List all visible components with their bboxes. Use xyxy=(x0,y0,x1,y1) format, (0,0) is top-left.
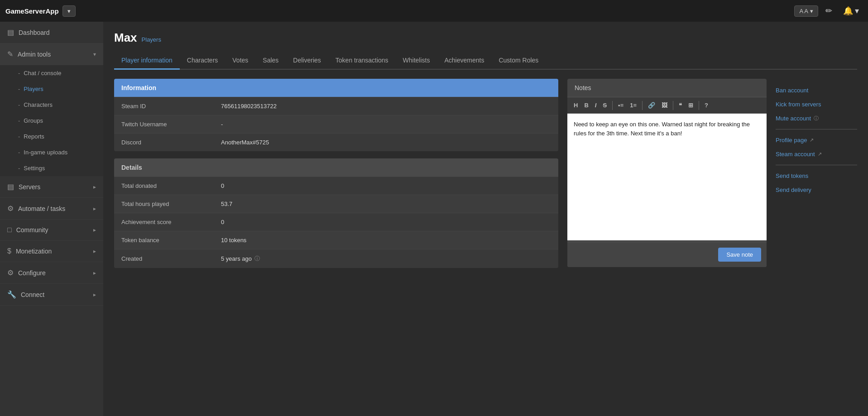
bell-dropdown-arrow: ▾ xyxy=(855,6,859,16)
actions-divider-2 xyxy=(776,165,857,165)
player-notes: Notes H B I S •≡ 1≡ 🔗 🖼 ❝ ⊞ xyxy=(567,79,767,267)
info-row-steam-id: Steam ID 76561198023513722 xyxy=(114,97,558,115)
actions-panel: Ban account Kick from servers Mute accou… xyxy=(776,79,857,201)
sidebar-subitem-players[interactable]: - Players xyxy=(0,81,103,97)
configure-icon: ⚙ xyxy=(7,268,14,277)
notes-panel: Notes H B I S •≡ 1≡ 🔗 🖼 ❝ ⊞ xyxy=(567,79,767,267)
tab-deliveries[interactable]: Deliveries xyxy=(286,52,328,70)
created-info-icon: ⓘ xyxy=(254,255,260,263)
monetization-chevron xyxy=(93,248,96,254)
sidebar-subitem-groups[interactable]: - Groups xyxy=(0,113,103,129)
app-dropdown-button[interactable]: ▾ xyxy=(62,5,76,17)
translate-button[interactable]: A A ▾ xyxy=(794,5,818,17)
notes-toolbar-ordered-list[interactable]: 1≡ xyxy=(627,100,639,110)
sidebar-subitem-in-game-uploads[interactable]: - In-game uploads xyxy=(0,144,103,160)
sidebar-label-servers: Servers xyxy=(19,183,40,191)
sidebar-item-servers[interactable]: ▤ Servers xyxy=(0,176,103,198)
sidebar-item-monetization[interactable]: $ Monetization xyxy=(0,241,103,262)
notes-toolbar-quote[interactable]: ❝ xyxy=(676,100,685,110)
notes-toolbar-image[interactable]: 🖼 xyxy=(659,100,670,110)
connect-icon: 🔧 xyxy=(7,290,16,299)
content-area: Max Players Player information Character… xyxy=(103,22,868,416)
tabs: Player information Characters Votes Sale… xyxy=(114,52,857,70)
toolbar-sep-4 xyxy=(699,101,699,110)
automate-chevron xyxy=(93,206,96,212)
sidebar-subitem-chat-console[interactable]: - Chat / console xyxy=(0,65,103,81)
automate-icon: ⚙ xyxy=(7,204,14,213)
tab-votes[interactable]: Votes xyxy=(225,52,255,70)
sidebar: ▤ Dashboard ✎ Admin tools - Chat / conso… xyxy=(0,22,103,416)
page-header: Max Players xyxy=(114,31,857,45)
total-donated-value: 0 xyxy=(221,182,224,189)
topbar-right: A A ▾ ✏ 🔔 ▾ xyxy=(794,4,863,18)
connect-chevron xyxy=(93,292,96,298)
detail-row-created: Created 5 years ago ⓘ xyxy=(114,249,558,268)
steam-id-label: Steam ID xyxy=(121,103,221,110)
tab-custom-roles[interactable]: Custom Roles xyxy=(491,52,546,70)
sidebar-item-community[interactable]: □ Community xyxy=(0,220,103,241)
tab-sales[interactable]: Sales xyxy=(255,52,286,70)
discord-label: Discord xyxy=(121,139,221,146)
sidebar-label-dashboard: Dashboard xyxy=(19,29,50,36)
sidebar-item-connect[interactable]: 🔧 Connect xyxy=(0,284,103,306)
sidebar-label-community: Community xyxy=(16,226,48,234)
information-header: Information xyxy=(114,79,558,97)
achievement-score-label: Achievement score xyxy=(121,219,221,225)
subitem-label-characters: Characters xyxy=(24,101,53,108)
notes-toolbar-table[interactable]: ⊞ xyxy=(686,100,696,110)
notes-toolbar-help[interactable]: ? xyxy=(702,100,711,110)
details-section: Details Total donated 0 Total hours play… xyxy=(114,158,558,268)
action-ban-account[interactable]: Ban account xyxy=(776,83,857,97)
action-steam-account[interactable]: Steam account ↗ xyxy=(776,147,857,161)
toolbar-sep-2 xyxy=(642,101,643,110)
action-send-delivery[interactable]: Send delivery xyxy=(776,183,857,197)
subitem-label-in-game-uploads: In-game uploads xyxy=(24,149,67,156)
created-label: Created xyxy=(121,255,221,262)
token-balance-label: Token balance xyxy=(121,237,221,244)
twitch-label: Twitch Username xyxy=(121,121,221,128)
servers-chevron xyxy=(93,184,96,190)
action-send-tokens[interactable]: Send tokens xyxy=(776,169,857,183)
action-kick-from-servers[interactable]: Kick from servers xyxy=(776,97,857,111)
tab-token-transactions[interactable]: Token transactions xyxy=(328,52,396,70)
notes-toolbar-s[interactable]: S xyxy=(600,100,609,110)
tab-characters[interactable]: Characters xyxy=(180,52,225,70)
dashboard-icon: ▤ xyxy=(7,28,14,37)
admin-tools-subitems: - Chat / console - Players - Characters … xyxy=(0,65,103,176)
notes-toolbar-b[interactable]: B xyxy=(581,100,591,110)
sidebar-subitem-settings[interactable]: - Settings xyxy=(0,160,103,176)
tab-player-information[interactable]: Player information xyxy=(114,52,180,70)
sidebar-item-automate-tasks[interactable]: ⚙ Automate / tasks xyxy=(0,198,103,220)
info-row-discord: Discord AnotherMax#5725 xyxy=(114,133,558,151)
save-note-button[interactable]: Save note xyxy=(718,248,761,262)
action-profile-page[interactable]: Profile page ↗ xyxy=(776,133,857,147)
sidebar-item-dashboard[interactable]: ▤ Dashboard xyxy=(0,22,103,43)
monetization-icon: $ xyxy=(7,247,11,255)
steam-external-icon: ↗ xyxy=(818,151,822,157)
subitem-label-reports: Reports xyxy=(24,133,44,140)
pencil-icon: ✏ xyxy=(825,6,832,16)
pencil-button[interactable]: ✏ xyxy=(822,4,836,18)
action-mute-account[interactable]: Mute account ⓘ xyxy=(776,111,857,125)
notes-textarea[interactable]: Need to keep an eye on this one. Warned … xyxy=(567,114,767,240)
toolbar-sep-3 xyxy=(673,101,673,110)
hours-played-value: 53.7 xyxy=(221,201,232,207)
notes-toolbar-link[interactable]: 🔗 xyxy=(645,100,658,110)
sidebar-item-configure[interactable]: ⚙ Configure xyxy=(0,262,103,284)
main-layout: ▤ Dashboard ✎ Admin tools - Chat / conso… xyxy=(0,22,868,416)
notes-footer: Save note xyxy=(567,242,767,267)
tab-whitelists[interactable]: Whitelists xyxy=(396,52,437,70)
info-row-twitch: Twitch Username - xyxy=(114,115,558,133)
achievement-score-value: 0 xyxy=(221,219,224,225)
sidebar-item-admin-tools[interactable]: ✎ Admin tools xyxy=(0,43,103,65)
notes-toolbar-bullet-list[interactable]: •≡ xyxy=(615,100,626,110)
notes-toolbar-i[interactable]: I xyxy=(592,100,599,110)
bell-button[interactable]: 🔔 ▾ xyxy=(839,4,863,18)
breadcrumb[interactable]: Players xyxy=(142,36,161,43)
topbar: GameServerApp ▾ A A ▾ ✏ 🔔 ▾ xyxy=(0,0,868,22)
notes-toolbar-h[interactable]: H xyxy=(571,100,580,110)
tab-achievements[interactable]: Achievements xyxy=(437,52,491,70)
sidebar-subitem-characters[interactable]: - Characters xyxy=(0,97,103,113)
sidebar-subitem-reports[interactable]: - Reports xyxy=(0,129,103,144)
discord-value: AnotherMax#5725 xyxy=(221,139,269,146)
